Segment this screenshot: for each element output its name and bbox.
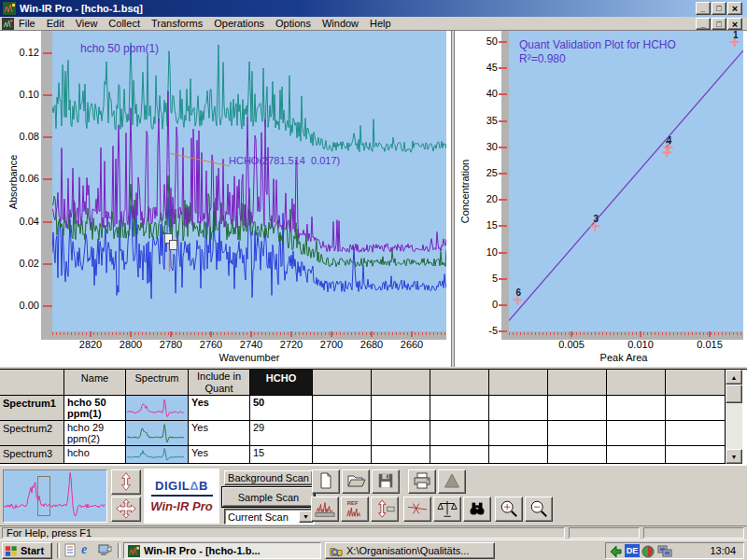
start-button[interactable]: Start	[2, 542, 52, 559]
cell-empty[interactable]	[313, 446, 372, 464]
menu-file[interactable]: File	[13, 17, 41, 30]
save-file-button[interactable]	[372, 469, 400, 494]
tray-icon-1[interactable]	[609, 544, 623, 558]
column-header-empty[interactable]	[489, 369, 548, 396]
column-header-empty[interactable]	[372, 369, 430, 396]
taskbar-clock[interactable]: 13:04	[710, 545, 736, 556]
title-bar[interactable]: Win-IR Pro - [hcho-1.bsq] _ □ ×	[0, 0, 747, 17]
cell-empty[interactable]	[489, 396, 548, 421]
task-button-explorer[interactable]: X:\Organisation\Qualitäts...	[325, 542, 495, 559]
peak-pick-button[interactable]	[403, 497, 431, 522]
cell-empty[interactable]	[430, 421, 489, 446]
cell-hcho-value[interactable]: 50	[250, 396, 313, 421]
cell-empty[interactable]	[372, 446, 430, 464]
column-header-name[interactable]: Name	[64, 369, 126, 396]
tray-icon-2[interactable]	[641, 544, 655, 558]
column-header-hcho[interactable]: HCHO	[250, 369, 313, 396]
reference-spectrum-button[interactable]: REF	[341, 497, 369, 522]
cell-empty[interactable]	[607, 446, 666, 464]
close-button[interactable]: ×	[727, 2, 742, 15]
cell-empty[interactable]	[666, 421, 726, 446]
row-header[interactable]: Spectrum1	[0, 396, 64, 421]
spectrum-preview[interactable]	[3, 469, 107, 523]
child-restore-button[interactable]: □	[712, 18, 726, 30]
column-header-empty[interactable]	[313, 369, 372, 396]
menu-transforms[interactable]: Transforms	[146, 17, 208, 30]
expand-vertical-button[interactable]	[111, 469, 141, 495]
cell-include-in-quant[interactable]: Yes	[189, 446, 250, 464]
column-header-empty[interactable]	[548, 369, 607, 396]
scan-type-dropdown[interactable]: Current Scan ▼	[224, 509, 315, 525]
cell-empty[interactable]	[607, 396, 666, 421]
cell-name[interactable]: hcho 29 ppm(2)	[64, 421, 126, 446]
quicklaunch-mail-icon[interactable]	[63, 543, 78, 559]
scroll-down-button[interactable]: ▼	[726, 449, 742, 464]
cell-empty[interactable]	[666, 396, 726, 421]
cell-spectrum-thumbnail[interactable]	[126, 446, 189, 464]
menu-edit[interactable]: Edit	[41, 17, 70, 30]
child-minimize-button[interactable]: _	[696, 18, 711, 30]
cell-empty[interactable]	[666, 446, 726, 464]
print-button[interactable]	[408, 469, 436, 494]
cell-spectrum-thumbnail[interactable]	[126, 396, 189, 421]
menu-help[interactable]: Help	[364, 17, 397, 30]
sample-scan-button[interactable]: Sample Scan	[222, 487, 315, 507]
open-file-button[interactable]	[342, 469, 370, 494]
cell-empty[interactable]	[548, 396, 607, 421]
scrollbar-thumb[interactable]	[726, 385, 742, 403]
autoscale-button[interactable]	[371, 497, 399, 522]
task-button-winir[interactable]: Win-IR Pro - [hcho-1.b...	[123, 542, 321, 559]
zoom-out-button[interactable]	[525, 497, 553, 522]
column-header-spectrum[interactable]: Spectrum	[126, 369, 189, 396]
cell-name[interactable]: hcho	[64, 446, 126, 464]
background-scan-button[interactable]: Background Scan	[224, 470, 313, 485]
new-file-button[interactable]	[312, 469, 340, 494]
expand-full-button[interactable]	[111, 497, 141, 522]
cell-hcho-value[interactable]: 29	[250, 421, 313, 446]
column-header-include[interactable]: Include in Quant	[189, 369, 250, 396]
run-button[interactable]	[438, 469, 466, 494]
zoom-in-button[interactable]	[495, 497, 523, 522]
cell-name[interactable]: hcho 50 ppm(1)	[64, 396, 126, 421]
cell-empty[interactable]	[430, 396, 489, 421]
cell-hcho-value[interactable]: 15	[250, 446, 313, 464]
row-header[interactable]: Spectrum3	[0, 446, 64, 464]
menu-options[interactable]: Options	[270, 17, 317, 30]
column-header-empty[interactable]	[607, 369, 666, 396]
menu-collect[interactable]: Collect	[103, 17, 146, 30]
cell-spectrum-thumbnail[interactable]	[126, 421, 189, 446]
language-indicator[interactable]: DE	[625, 544, 640, 557]
interferogram-button[interactable]	[311, 497, 339, 522]
column-header-empty[interactable]	[430, 369, 489, 396]
cell-empty[interactable]	[372, 421, 430, 446]
app-icon[interactable]	[3, 2, 16, 15]
table-scrollbar[interactable]: ▲ ▼	[726, 370, 742, 464]
child-close-button[interactable]: ×	[727, 18, 742, 30]
document-icon[interactable]	[2, 18, 14, 30]
cell-empty[interactable]	[372, 396, 430, 421]
quicklaunch-desktop-icon[interactable]	[98, 544, 112, 558]
quicklaunch-ie-icon[interactable]: e	[81, 542, 87, 557]
cell-empty[interactable]	[489, 446, 548, 464]
cell-empty[interactable]	[313, 396, 372, 421]
cell-empty[interactable]	[489, 421, 548, 446]
row-header[interactable]: Spectrum2	[0, 421, 64, 446]
cell-empty[interactable]	[548, 421, 607, 446]
restore-button[interactable]: □	[712, 2, 726, 15]
menu-operations[interactable]: Operations	[208, 17, 270, 30]
search-button[interactable]	[463, 497, 491, 522]
cell-empty[interactable]	[430, 446, 489, 464]
cell-empty[interactable]	[313, 421, 372, 446]
table-corner-cell[interactable]	[0, 369, 64, 396]
preview-selection-box[interactable]	[37, 476, 50, 516]
minimize-button[interactable]: _	[696, 2, 711, 15]
cell-include-in-quant[interactable]: Yes	[189, 421, 250, 446]
tray-icon-network[interactable]	[657, 544, 672, 557]
quantify-button[interactable]	[433, 497, 461, 522]
cell-empty[interactable]	[548, 446, 607, 464]
cell-empty[interactable]	[607, 421, 666, 446]
menu-window[interactable]: Window	[317, 17, 364, 30]
menu-view[interactable]: View	[70, 17, 104, 30]
cell-include-in-quant[interactable]: Yes	[189, 396, 250, 421]
column-header-empty[interactable]	[666, 369, 726, 396]
